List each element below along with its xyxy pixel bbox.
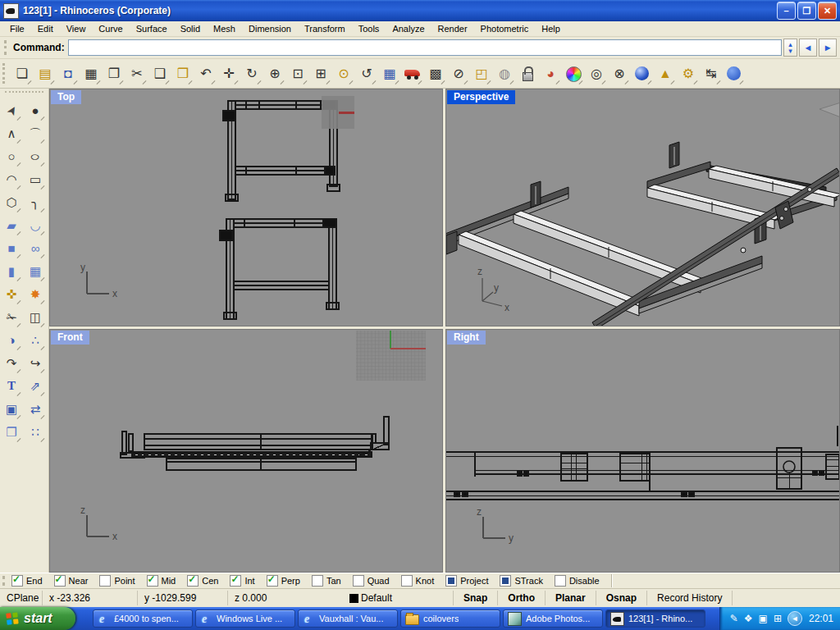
- help-icon[interactable]: [724, 63, 745, 84]
- curved-surface-tool-icon[interactable]: ◡: [24, 213, 47, 236]
- checkbox-icon[interactable]: [555, 575, 566, 587]
- menu-item[interactable]: Surface: [130, 22, 174, 35]
- status-pane[interactable]: Osnap: [596, 591, 647, 605]
- polyline-tool-icon[interactable]: ∧: [0, 121, 23, 144]
- command-history-spinner[interactable]: ▴ ▾: [783, 39, 797, 57]
- top-viewport-canvas[interactable]: y x: [50, 89, 442, 326]
- handle-curve-tool-icon[interactable]: ↷: [0, 351, 23, 374]
- print-icon[interactable]: ▦: [80, 63, 102, 84]
- help-tray-icon[interactable]: ▣: [759, 613, 768, 624]
- rendered-display-icon[interactable]: [632, 63, 653, 84]
- zoom-selected-icon[interactable]: ⊙: [333, 63, 354, 84]
- viewport-splitter-vertical[interactable]: [443, 89, 445, 573]
- menu-item[interactable]: File: [3, 22, 31, 35]
- fillet-tool-icon[interactable]: ╮: [24, 190, 47, 213]
- polygon-tool-icon[interactable]: ⬡: [0, 190, 23, 213]
- viewport-layout-icon[interactable]: ▦: [379, 63, 400, 84]
- zoom-extents-icon[interactable]: ⊞: [310, 63, 331, 84]
- viewport-right[interactable]: Right: [445, 329, 840, 573]
- osnap-toggle[interactable]: Tan: [312, 575, 341, 587]
- osnap-toggle[interactable]: STrack: [500, 575, 542, 587]
- taskbar-task-button[interactable]: Vauxhall : Vau...: [298, 609, 398, 628]
- point-tool-icon[interactable]: ●: [24, 98, 47, 121]
- osnap-toggle[interactable]: Perp: [267, 575, 300, 587]
- copy-icon[interactable]: ❑: [149, 63, 171, 84]
- viewport-right-label[interactable]: Right: [447, 331, 486, 345]
- undo-view-icon[interactable]: ↺: [356, 63, 377, 84]
- checkbox-icon[interactable]: [353, 575, 364, 587]
- cone-icon[interactable]: ▲: [655, 63, 676, 84]
- viewport-top-label[interactable]: Top: [51, 90, 81, 104]
- osnap-toggle[interactable]: Project: [445, 575, 488, 587]
- taskbar-clock[interactable]: 22:01: [809, 613, 833, 624]
- sphere-tool-icon[interactable]: ∞: [24, 236, 47, 259]
- taskbar-task-button[interactable]: coilovers: [400, 609, 500, 628]
- status-pane[interactable]: Planar: [546, 591, 596, 605]
- osnap-toggle[interactable]: Near: [54, 575, 89, 587]
- menu-item[interactable]: Curve: [92, 22, 129, 35]
- open-file-icon[interactable]: ▤: [34, 63, 56, 84]
- split-tool-icon[interactable]: ◫: [24, 305, 47, 328]
- pen-tray-icon[interactable]: ✎: [730, 613, 738, 624]
- menu-item[interactable]: Help: [535, 22, 567, 35]
- scale-tool-icon[interactable]: ⇗: [24, 374, 47, 397]
- join-tool-icon[interactable]: ✜: [0, 282, 23, 305]
- checkbox-icon[interactable]: [54, 575, 66, 587]
- lock-icon[interactable]: [517, 63, 538, 84]
- rectangle-tool-icon[interactable]: ▭: [24, 167, 47, 190]
- osnap-toggle[interactable]: Knot: [401, 575, 435, 587]
- osnap-toggle[interactable]: Quad: [353, 575, 390, 587]
- taskbar-task-button[interactable]: £4000 to spen...: [93, 609, 193, 628]
- pan-icon[interactable]: ✛: [218, 63, 240, 84]
- taskbar-task-button[interactable]: Adobe Photos...: [503, 609, 603, 628]
- new-document-icon[interactable]: ❏: [11, 63, 33, 84]
- status-pane[interactable]: Snap: [454, 591, 498, 605]
- checkbox-icon[interactable]: [187, 575, 199, 587]
- toolbar-grip[interactable]: [2, 63, 7, 84]
- box-tool-icon[interactable]: ■: [0, 236, 23, 259]
- osnap-toggle[interactable]: End: [11, 575, 43, 587]
- ellipse-tool-icon[interactable]: ○: [24, 144, 47, 167]
- arc-tool-icon[interactable]: ◠: [0, 167, 23, 190]
- front-viewport-canvas[interactable]: z x: [50, 330, 442, 572]
- checkbox-icon[interactable]: [230, 575, 241, 587]
- osnap-toggle[interactable]: Disable: [555, 575, 600, 587]
- checkbox-icon[interactable]: [99, 575, 111, 587]
- rhino-app-icon[interactable]: [3, 3, 19, 19]
- patch-tool-icon[interactable]: ▦: [24, 259, 47, 282]
- viewport-top[interactable]: Top: [49, 89, 443, 326]
- taskbar-task-button[interactable]: 123[1] - Rhino...: [605, 609, 705, 628]
- wireframe-display-icon[interactable]: ◎: [586, 63, 607, 84]
- checkbox-icon[interactable]: [267, 575, 278, 587]
- messenger-tray-icon[interactable]: ❖: [744, 613, 753, 624]
- surface-3pt-tool-icon[interactable]: ▰: [0, 213, 23, 236]
- status-pane[interactable]: Record History: [647, 591, 733, 605]
- checkbox-icon[interactable]: [445, 575, 457, 587]
- color-wheel-icon[interactable]: [563, 63, 584, 84]
- perspective-viewport-canvas[interactable]: z y x: [446, 89, 839, 326]
- selection-filter-icon[interactable]: ◰: [471, 63, 492, 84]
- save-icon[interactable]: ◘: [57, 63, 79, 84]
- circle-tool-icon[interactable]: ○: [0, 144, 23, 167]
- zoom-icon[interactable]: ⊕: [264, 63, 285, 84]
- cplane-cell[interactable]: CPlane: [0, 591, 43, 605]
- display-tray-icon[interactable]: ⊞: [774, 613, 782, 624]
- hide-inactive-icons-button[interactable]: ◄: [788, 611, 802, 626]
- menu-item[interactable]: Photometric: [474, 22, 536, 35]
- osnap-toggle[interactable]: Int: [230, 575, 254, 587]
- checkbox-icon[interactable]: [500, 575, 511, 587]
- checkbox-icon[interactable]: [11, 575, 23, 587]
- menu-item[interactable]: Mesh: [207, 22, 242, 35]
- cplane-icon[interactable]: ▩: [425, 63, 446, 84]
- export-icon[interactable]: ❐: [103, 63, 125, 84]
- shaded-display-icon[interactable]: ◕: [540, 63, 561, 84]
- menu-item[interactable]: Dimension: [242, 22, 298, 35]
- toolbar-grip[interactable]: [2, 576, 7, 587]
- sidebar-grip[interactable]: [5, 91, 43, 98]
- layer-cell[interactable]: Default: [343, 591, 454, 605]
- trim-tool-icon[interactable]: ✁: [0, 305, 23, 328]
- viewport-front-label[interactable]: Front: [51, 331, 89, 345]
- car-icon[interactable]: [402, 63, 423, 84]
- extend-tool-icon[interactable]: ↪: [24, 351, 47, 374]
- solid-union-tool-icon[interactable]: ❐: [0, 420, 23, 443]
